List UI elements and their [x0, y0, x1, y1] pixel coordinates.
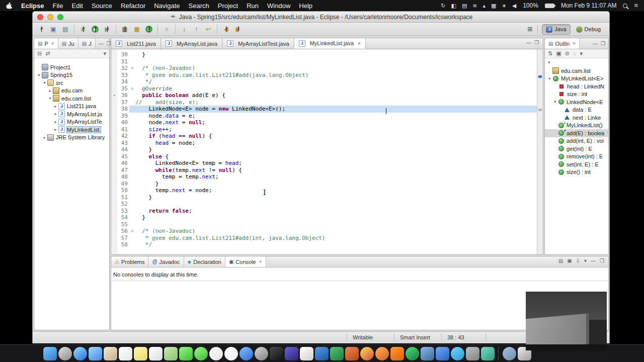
- dock-icon-vm[interactable]: [466, 347, 479, 360]
- expander-icon[interactable]: ▸: [42, 135, 47, 140]
- outline-item[interactable]: size : int: [545, 90, 608, 99]
- line-number[interactable]: 39: [117, 113, 129, 120]
- view-menu-icon[interactable]: ▾: [103, 50, 106, 57]
- toolbar-search-button[interactable]: ○: [161, 24, 172, 35]
- outline-item[interactable]: next : Linke: [545, 114, 608, 122]
- dock-icon-contacts[interactable]: [104, 347, 117, 360]
- toolbar-new-button[interactable]: +▾: [36, 24, 47, 35]
- code-line[interactable]: 47 while(temp.next != null) {: [111, 167, 543, 174]
- code-line[interactable]: 34 */: [111, 78, 543, 85]
- outline-item[interactable]: remove(int) : E: [545, 153, 608, 161]
- code-line[interactable]: 49 }: [111, 180, 543, 188]
- menubar-item-run[interactable]: Run: [247, 2, 259, 10]
- dock-icon-terminal[interactable]: [270, 347, 283, 360]
- link-with-editor-icon[interactable]: ⇄: [45, 50, 50, 57]
- code-line[interactable]: 52: [111, 201, 543, 208]
- marker-bar[interactable]: [111, 241, 117, 248]
- outline-item[interactable]: head : LinkedN: [545, 82, 608, 90]
- toolbar-print-button[interactable]: ▤: [60, 24, 71, 35]
- tab-package-explorer-2[interactable]: ▤J: [78, 38, 96, 49]
- menubar-clock[interactable]: Mon Feb 9 11:07 AM: [561, 2, 617, 9]
- line-number[interactable]: 33: [117, 72, 129, 79]
- tab-declaration[interactable]: ◈Declaration: [184, 256, 225, 267]
- marker-bar[interactable]: [111, 85, 117, 93]
- menubar-item-window[interactable]: Window: [267, 2, 290, 10]
- marker-bar[interactable]: [111, 208, 117, 215]
- marker-bar[interactable]: [111, 133, 117, 140]
- toolbar-prev-annotation-button[interactable]: ↑: [191, 24, 202, 35]
- outline-minimize-icon[interactable]: —: [593, 41, 598, 46]
- marker-bar[interactable]: [111, 187, 117, 194]
- line-number[interactable]: 54: [117, 214, 129, 221]
- outline-item[interactable]: edu.cam.list: [545, 67, 608, 75]
- dock-icon-reminders[interactable]: [149, 347, 163, 360]
- package-explorer-item[interactable]: ▾Spring15: [34, 71, 109, 79]
- toolbar-last-edit-location-button[interactable]: ↩: [203, 24, 214, 35]
- line-number[interactable]: 52: [117, 201, 129, 208]
- dock-icon-finder[interactable]: [43, 347, 57, 360]
- fold-marker-icon[interactable]: ⊖: [129, 65, 135, 72]
- line-number[interactable]: 35: [117, 85, 129, 93]
- notification-center-icon[interactable]: ≡: [634, 0, 638, 11]
- tab-javadoc[interactable]: @Javadoc: [148, 256, 184, 267]
- outline-item[interactable]: ▾MyLinkedList<E>: [545, 75, 608, 83]
- code-line[interactable]: 31: [111, 58, 543, 65]
- hide-fields-icon[interactable]: ▣: [556, 50, 561, 57]
- console-menu-icon[interactable]: ▾: [584, 258, 587, 263]
- line-number[interactable]: 30: [117, 51, 129, 58]
- line-number[interactable]: 56: [117, 228, 129, 235]
- dock-icon-vlc[interactable]: [390, 347, 404, 360]
- line-number[interactable]: 45: [117, 153, 129, 160]
- line-number[interactable]: 50: [117, 187, 129, 194]
- expander-icon[interactable]: ▸: [53, 120, 58, 124]
- toolbar-new-class-button[interactable]: C▾: [143, 24, 154, 35]
- code-line[interactable]: 35⊖ @Override: [111, 85, 543, 93]
- editor-tab-list211-java[interactable]: List211.java: [111, 38, 161, 49]
- outline-item[interactable]: data : E: [545, 106, 608, 114]
- marker-bar[interactable]: ▴: [111, 92, 117, 99]
- overview-marker-gray[interactable]: [538, 109, 542, 111]
- outline-item[interactable]: ▾LinkedNode<E: [545, 98, 608, 106]
- code-line[interactable]: 55: [111, 221, 543, 228]
- minimize-window-button[interactable]: [47, 14, 53, 20]
- menubar-item-source[interactable]: Source: [92, 2, 112, 10]
- eject-icon[interactable]: ▴: [483, 0, 486, 11]
- dock-icon-powerpoint[interactable]: [345, 347, 359, 360]
- editor-tab-mylinkedlist-java[interactable]: MyLinkedList.java×: [294, 38, 366, 49]
- marker-bar[interactable]: [111, 194, 117, 201]
- line-number[interactable]: 55: [117, 221, 129, 228]
- close-window-button[interactable]: [37, 14, 43, 20]
- toolbar-run-button[interactable]: ▶▾: [90, 24, 101, 35]
- code-line[interactable]: 56⊖ /* (non-Javadoc): [111, 228, 543, 235]
- code-line[interactable]: 54 }: [111, 214, 543, 221]
- editor-minimize-icon[interactable]: —: [526, 40, 531, 45]
- pe-minimize-icon[interactable]: —: [99, 41, 104, 46]
- menubar-item-search[interactable]: Search: [189, 2, 209, 10]
- package-explorer-item[interactable]: Project1: [34, 63, 109, 71]
- code-line[interactable]: 50 temp.next = node;: [111, 187, 543, 194]
- code-line[interactable]: 45 else {: [111, 153, 543, 160]
- code-line[interactable]: 48 temp = temp.next;: [111, 173, 543, 180]
- display-selected-console-icon[interactable]: ▣: [567, 258, 572, 263]
- package-explorer-item[interactable]: ▸List211.java: [34, 103, 109, 111]
- marker-bar[interactable]: [111, 214, 117, 221]
- code-line[interactable]: 46 LinkedNode<E> temp = head;: [111, 160, 543, 167]
- toolbar-next-annotation-button[interactable]: ↓: [179, 24, 190, 35]
- expander-icon[interactable]: ▸: [53, 127, 58, 132]
- dock-icon-notes[interactable]: [134, 347, 147, 360]
- code-line[interactable]: 38 LinkedNode<E> node = new LinkedNode<E…: [111, 106, 543, 113]
- perspective-debug-button[interactable]: Debug: [573, 24, 604, 35]
- toolbar-save-button[interactable]: ▣: [48, 24, 59, 35]
- console-maximize-icon[interactable]: ❐: [600, 258, 604, 263]
- line-number[interactable]: 41: [117, 126, 129, 133]
- dock-icon-launchpad[interactable]: [58, 347, 72, 360]
- line-number[interactable]: 40: [117, 119, 129, 126]
- screen-mirroring-icon[interactable]: ◧: [451, 0, 456, 11]
- dock-icon-word[interactable]: [315, 347, 329, 360]
- fold-marker-icon[interactable]: ⊖: [129, 85, 135, 93]
- code-line[interactable]: 42 if (head == null) {: [111, 133, 543, 140]
- dock-icon-skype[interactable]: [451, 347, 464, 360]
- editor-maximize-icon[interactable]: ❐: [534, 40, 539, 45]
- dock-icon-xcode[interactable]: [421, 347, 434, 360]
- menubar-item-navigate[interactable]: Navigate: [154, 2, 180, 10]
